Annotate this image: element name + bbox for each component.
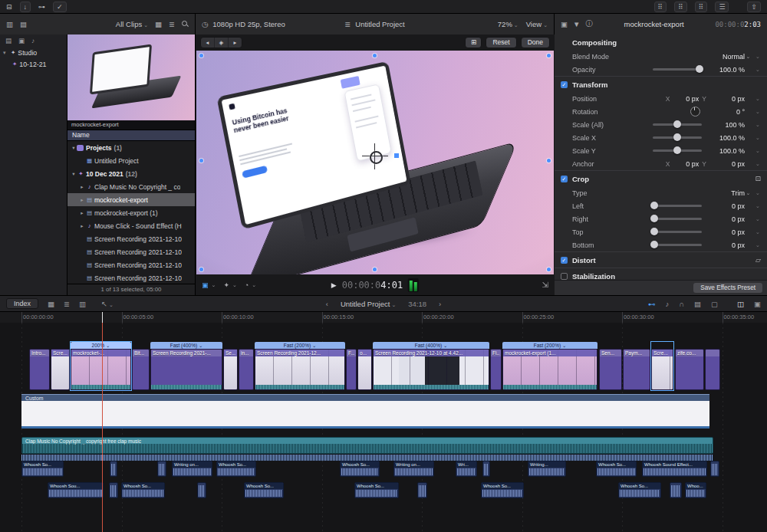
param-value[interactable]: 0 px (706, 241, 745, 249)
slider-thumb[interactable] (650, 228, 658, 235)
param-slider[interactable] (653, 231, 702, 233)
audio-clip[interactable] (157, 461, 166, 477)
audio-clip[interactable]: Whoosh So... (216, 461, 256, 477)
slider-thumb[interactable] (673, 133, 681, 141)
param-value[interactable]: 0 px (706, 160, 745, 168)
param-menu-chevron[interactable]: ⌄ (752, 160, 764, 167)
param-slider[interactable] (653, 205, 702, 207)
audio-clip[interactable]: Whoosh So... (244, 482, 284, 498)
name-column-header[interactable]: Name (67, 130, 195, 141)
disclosure-triangle[interactable]: ▾ (71, 145, 77, 151)
timeline-clip[interactable]: 200% ⌄mockrocket-... (71, 342, 131, 390)
retime-bar[interactable]: Fast (400%) ⌄ (150, 342, 222, 349)
rotation-dial[interactable] (690, 107, 700, 117)
app-grid-icon[interactable]: ⠿ (674, 2, 687, 12)
timeline-clip[interactable]: Se... (223, 342, 238, 390)
section-checkbox[interactable]: ✓ (561, 81, 568, 88)
browser-item[interactable]: ▾✦10 Dec 2021(12) (67, 167, 195, 180)
param-menu-chevron[interactable]: ⌄ (752, 215, 764, 222)
param-menu-chevron[interactable]: ⌄ (752, 202, 764, 209)
disclosure-triangle[interactable]: ▸ (79, 184, 85, 190)
fullscreen-icon[interactable]: ⇲ (542, 281, 548, 289)
video-inspector-icon[interactable]: ▣ (561, 20, 568, 28)
browser-item[interactable]: ▸♪Mouse Click - Sound Effect (H (67, 219, 195, 232)
param-menu-chevron[interactable]: ⌄ (752, 66, 764, 73)
timeline-clip[interactable]: Fast (200%) ⌄mockrocket-export (1... (502, 342, 597, 390)
timeline-project-title[interactable]: Untitled Project⌄ (341, 300, 396, 308)
slider-thumb[interactable] (650, 241, 658, 248)
timeline-clip[interactable] (705, 342, 720, 390)
transform-center-handle[interactable] (370, 151, 383, 164)
param-value-x[interactable]: 0 px (673, 95, 699, 103)
audio-clip[interactable]: Whoosh So... (481, 482, 524, 498)
audio-clip[interactable]: Whoosh So... (354, 482, 399, 498)
event-item[interactable]: ✦ 10-12-21 (0, 58, 67, 70)
distort-icon[interactable]: ▱ (755, 256, 761, 264)
color-inspector-icon[interactable]: ▼ (573, 20, 580, 28)
param-slider[interactable] (653, 68, 702, 71)
browser-item[interactable]: ▸♪Clap Music No Copyright _ co (67, 180, 195, 193)
param-value[interactable]: 100.0 % (706, 134, 745, 142)
browser-item[interactable]: ▸▤mockrocket-export (1) (67, 206, 195, 219)
list-icon[interactable]: ≣ (64, 300, 70, 308)
audio-clip[interactable]: Whoosh Sou... (48, 482, 104, 498)
audio-clip[interactable] (417, 482, 427, 498)
audio-meters-icon[interactable]: ≣ (344, 20, 351, 28)
reset-button[interactable]: Reset (486, 37, 516, 48)
param-value[interactable]: 100 % (706, 121, 745, 129)
param-value-x[interactable]: 0 px (673, 160, 699, 168)
audio-clip[interactable]: Wri... (456, 461, 477, 477)
slider-thumb[interactable] (673, 120, 681, 128)
slider-thumb[interactable] (650, 202, 658, 209)
param-slider[interactable] (653, 123, 702, 126)
selection-handle[interactable] (547, 54, 551, 57)
timeline-clip[interactable]: Fast (200%) ⌄Screen Recording 2021-12... (255, 342, 345, 390)
selection-handle[interactable] (373, 54, 377, 57)
timeline-ruler[interactable]: 00:00:00:0000:00:05:0000:00:10:0000:00:1… (0, 312, 767, 323)
browser-item[interactable]: ▦Untitled Project (67, 154, 195, 167)
param-menu-chevron[interactable]: ⌄ (752, 241, 764, 248)
browser-item[interactable]: ▤Screen Recording 2021-12-10 (67, 232, 195, 245)
disclosure-triangle[interactable]: ▾ (71, 171, 77, 177)
view-select[interactable]: View⌄ (526, 20, 548, 28)
section-checkbox[interactable]: ✓ (561, 176, 568, 182)
check-icon[interactable]: ✓ (53, 2, 67, 12)
skimming-icon[interactable]: ⊷ (648, 300, 656, 308)
selection-handle[interactable] (199, 159, 203, 163)
timeline-clip[interactable]: Intro... (29, 342, 50, 390)
param-slider[interactable] (653, 149, 702, 152)
timeline-clip[interactable]: Scre... (651, 342, 673, 390)
disclosure-triangle[interactable]: ▸ (79, 210, 85, 216)
audio-clip[interactable] (197, 482, 206, 498)
effects-tool-button[interactable]: ✦⌄ (223, 281, 236, 289)
retime-bar[interactable]: 200% ⌄ (71, 342, 131, 349)
next-edit-button[interactable]: ▸ (229, 38, 242, 48)
library-item-studio[interactable]: ▾ ✦ Studio (0, 47, 67, 58)
timeline-clip[interactable]: Bit... (132, 342, 150, 390)
browser-item[interactable]: ▤Screen Recording 2021-12-10 (67, 271, 195, 284)
param-value[interactable]: Normal (706, 53, 745, 61)
timeline-clip[interactable]: F... (346, 342, 357, 390)
app-grid-icon[interactable]: ⠿ (654, 2, 667, 12)
custom-title-clip[interactable]: Custom (21, 394, 709, 401)
viewer-timecode[interactable]: 00:00:04:01 (342, 280, 403, 291)
libraries-tab-icon[interactable]: ▤ (5, 37, 12, 44)
play-button[interactable]: ▶ (331, 281, 337, 289)
slider-thumb[interactable] (673, 146, 681, 154)
info-inspector-icon[interactable]: ⓘ (585, 19, 593, 29)
param-menu-chevron[interactable]: ⌄ (752, 228, 764, 235)
effects-browser-icon[interactable]: ◫ (737, 300, 744, 308)
timeline-clip[interactable]: Paym... (623, 342, 650, 390)
music-tab-icon[interactable]: ♪ (31, 37, 35, 44)
disclosure-triangle[interactable]: ▸ (79, 223, 85, 229)
playhead[interactable] (102, 312, 103, 532)
slider-thumb[interactable] (696, 65, 703, 73)
audio-clip[interactable] (110, 461, 117, 477)
all-clips-filter[interactable]: All Clips⌄ (116, 20, 148, 28)
audio-skimming-icon[interactable]: ♪ (665, 300, 669, 308)
audio-clip[interactable]: Whoosh So... (618, 482, 661, 498)
timeline-clip[interactable]: o... (357, 342, 372, 390)
retime-tool-button[interactable]: ◔⌄ (245, 281, 256, 289)
browser-item[interactable]: ▤Screen Recording 2021-12-10 (67, 258, 195, 271)
audio-clip[interactable] (482, 461, 490, 477)
